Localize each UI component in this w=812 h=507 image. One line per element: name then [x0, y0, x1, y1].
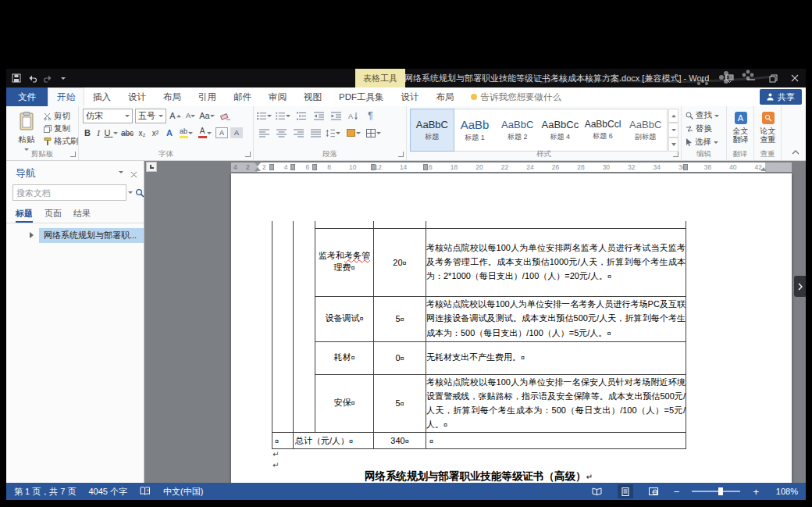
item-name-cell[interactable]: 耗材¤: [315, 341, 374, 374]
show-hide-marks-button[interactable]: ¶: [363, 109, 378, 123]
total-value-cell[interactable]: 340¤: [374, 433, 426, 449]
zoom-slider-thumb[interactable]: [718, 487, 723, 495]
align-left-button[interactable]: [257, 126, 272, 140]
tab-layout[interactable]: 布局: [155, 87, 190, 106]
table-column-marker[interactable]: [312, 164, 317, 170]
print-layout-button[interactable]: [618, 484, 633, 498]
gallery-scroll-down-button[interactable]: [668, 123, 678, 137]
share-button[interactable]: 共享: [760, 89, 802, 105]
table-column-marker[interactable]: [683, 164, 688, 170]
ribbon-display-options-button[interactable]: [718, 69, 740, 87]
tell-me-box[interactable]: 告诉我您想要做什么: [463, 87, 570, 106]
restore-button[interactable]: [762, 69, 784, 87]
font-family-combo[interactable]: 仿宋: [83, 109, 133, 123]
table-column-marker[interactable]: [371, 164, 376, 170]
word-count[interactable]: 4045 个字: [88, 486, 127, 498]
merged-cell[interactable]: [294, 221, 315, 433]
tab-design[interactable]: 设计: [119, 87, 155, 106]
replace-button[interactable]: 替换: [684, 123, 714, 135]
cut-button[interactable]: 剪切: [42, 110, 80, 123]
item-desc-cell[interactable]: 考核站点院校以每100人为单位安排两名监考人员进行考试当天监考及考务管理工作。成…: [426, 228, 686, 296]
zoom-out-button[interactable]: −: [674, 486, 680, 498]
tab-review[interactable]: 审阅: [260, 87, 295, 106]
nav-heading-item[interactable]: 网络系统规划与部署职...: [39, 228, 144, 243]
nav-options-dropdown-icon[interactable]: [119, 171, 123, 173]
font-dialog-launcher-icon[interactable]: [245, 152, 251, 157]
document-page[interactable]: 监考和考务管理费¤ 20¤ 考核站点院校以每100人为单位安排两名监考人员进行考…: [231, 173, 792, 483]
borders-button[interactable]: [366, 126, 381, 140]
shading-button[interactable]: [346, 126, 361, 140]
tab-table-design[interactable]: 设计: [393, 87, 428, 106]
bold-button[interactable]: B: [82, 126, 93, 140]
tab-home[interactable]: 开始: [48, 87, 84, 106]
clipboard-dialog-launcher-icon[interactable]: [70, 152, 76, 157]
styles-dialog-launcher-icon[interactable]: [673, 152, 678, 157]
undo-button[interactable]: [25, 71, 39, 85]
clear-formatting-button[interactable]: [217, 109, 233, 123]
shrink-font-button[interactable]: A: [183, 109, 198, 123]
decrease-indent-button[interactable]: [312, 109, 326, 123]
item-value-cell[interactable]: 5¤: [374, 296, 426, 341]
nav-tab-headings[interactable]: 标题: [16, 208, 33, 223]
tab-table-layout[interactable]: 布局: [428, 87, 463, 106]
search-dropdown-icon[interactable]: [128, 191, 133, 194]
collapse-ribbon-button[interactable]: [792, 147, 800, 156]
style-item[interactable]: AaBbC副标题: [624, 109, 667, 151]
find-button[interactable]: 查找: [684, 109, 721, 122]
align-right-button[interactable]: [291, 126, 306, 140]
style-item[interactable]: AaBbC标题: [411, 109, 454, 151]
zoom-slider[interactable]: [692, 491, 740, 492]
paragraph-dialog-launcher-icon[interactable]: [398, 152, 404, 157]
multilevel-list-button[interactable]: [294, 109, 309, 123]
document-heading[interactable]: 网络系统规划与部署职业技能等级证书（高级）↵: [272, 470, 686, 483]
subscript-button[interactable]: x₂: [136, 126, 148, 140]
change-case-button[interactable]: Aa: [198, 109, 215, 123]
format-painter-button[interactable]: 格式刷: [42, 135, 80, 148]
font-size-combo[interactable]: 五号: [135, 109, 166, 123]
language-indicator[interactable]: 中文(中国): [163, 486, 203, 498]
tab-mailings[interactable]: 邮件: [225, 87, 260, 106]
superscript-button[interactable]: x²: [149, 126, 162, 140]
numbering-button[interactable]: [276, 109, 290, 123]
item-name-cell[interactable]: 监考和考务管理费¤: [315, 228, 374, 296]
underline-button[interactable]: U: [104, 126, 118, 140]
tab-insert[interactable]: 插入: [84, 87, 119, 106]
tab-file[interactable]: 文件: [6, 87, 48, 106]
font-color-button[interactable]: A: [196, 126, 213, 140]
select-button[interactable]: 选择: [684, 136, 720, 148]
nav-close-icon[interactable]: [130, 167, 137, 181]
search-input[interactable]: [12, 184, 126, 201]
search-icon[interactable]: [135, 188, 144, 198]
character-border-button[interactable]: A: [215, 127, 228, 138]
zoom-in-button[interactable]: +: [753, 486, 759, 498]
right-edge-expand-arrow[interactable]: [794, 276, 806, 297]
italic-button[interactable]: I: [94, 126, 103, 140]
page-indicator[interactable]: 第 1 页，共 7 页: [14, 486, 76, 498]
justify-button[interactable]: [308, 126, 323, 140]
item-desc-cell[interactable]: 考核站点院校以每100人为单位安排一名保安人员针对考场附近环境设置警戒线，张贴路…: [426, 374, 686, 433]
item-value-cell[interactable]: 0¤: [374, 341, 426, 374]
increase-indent-button[interactable]: [329, 109, 344, 123]
tab-references[interactable]: 引用: [190, 87, 225, 106]
item-value-cell[interactable]: 5¤: [374, 374, 426, 433]
item-desc-cell[interactable]: 考核站点院校以每100人为单位安排一名考务人员进行考场PC及互联网连接设备调试及…: [426, 296, 686, 341]
first-line-indent-marker[interactable]: [255, 162, 261, 166]
table-column-marker[interactable]: [290, 164, 295, 170]
align-center-button[interactable]: [274, 126, 289, 140]
copy-button[interactable]: 复制: [42, 123, 80, 135]
item-name-cell[interactable]: 安保¤: [315, 374, 374, 433]
nav-item-expand-icon[interactable]: [30, 232, 34, 238]
sort-button[interactable]: A: [346, 109, 361, 123]
total-label-cell[interactable]: 总计（元/人）¤: [294, 433, 374, 449]
style-item[interactable]: AaBbC标题 2: [496, 109, 539, 151]
nav-tab-results[interactable]: 结果: [73, 208, 91, 223]
close-button[interactable]: [784, 69, 806, 87]
hanging-indent-marker[interactable]: [255, 167, 261, 171]
paper-check-button[interactable]: 论文查重: [755, 109, 781, 150]
gallery-scroll-up-button[interactable]: [668, 109, 678, 123]
style-item[interactable]: AaBbCc标题 4: [539, 109, 582, 151]
character-shading-button[interactable]: A: [230, 127, 243, 138]
tab-pdf-tools[interactable]: PDF工具集: [330, 87, 393, 106]
tab-stop-selector[interactable]: [146, 162, 157, 172]
bullets-button[interactable]: [257, 109, 272, 123]
